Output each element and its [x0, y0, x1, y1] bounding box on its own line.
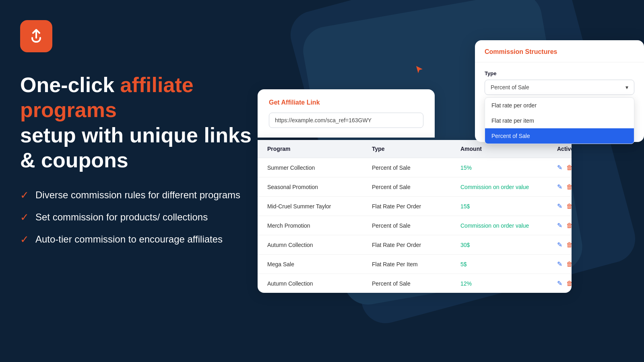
- cell-amount: Commission on order value: [460, 184, 557, 190]
- checklist-item-2: ✓ Set commission for products/ collectio…: [20, 211, 270, 224]
- type-field-label: Type: [485, 70, 634, 76]
- table-row: Seasonal Promotion Percent of Sale Commi…: [258, 177, 572, 197]
- affiliate-card-title: Get Affiliate Link: [269, 99, 423, 106]
- affiliate-card: Get Affiliate Link: [258, 89, 435, 138]
- commission-panel: Commission Structures Type Percent of Sa…: [475, 40, 644, 142]
- cell-amount: 30$: [460, 242, 557, 248]
- cell-program: Seasonal Promotion: [267, 184, 372, 190]
- type-dropdown-trigger[interactable]: Percent of Sale ▾: [485, 80, 634, 95]
- delete-icon[interactable]: 🗑: [566, 280, 572, 287]
- cell-type: Flat Rate Per Order: [372, 242, 460, 248]
- headline-line2: setup with unique links & coupons: [20, 123, 252, 172]
- cell-actions: ✎ 🗑 •••: [557, 183, 572, 191]
- commission-panel-title: Commission Structures: [485, 48, 634, 56]
- cell-amount: 15$: [460, 203, 557, 210]
- left-section: One-click affiliate programs setup with …: [20, 20, 270, 246]
- check-icon-3: ✓: [20, 233, 29, 246]
- cell-amount: 5$: [460, 261, 557, 267]
- checklist-item-3: ✓ Auto-tier commission to encourage affi…: [20, 233, 270, 246]
- cell-type: Percent of Sale: [372, 280, 460, 287]
- cell-actions: ✎ 🗑 •••: [557, 202, 572, 210]
- cell-type: Flat Rate Per Item: [372, 261, 460, 267]
- checklist-text-2: Set commission for products/ collections: [35, 212, 208, 223]
- edit-icon[interactable]: ✎: [557, 280, 562, 287]
- table-row: Autumn Collection Percent of Sale 12% ✎ …: [258, 274, 572, 293]
- cursor: [415, 65, 424, 75]
- cell-type: Percent of Sale: [372, 165, 460, 171]
- cell-type: Flat Rate Per Order: [372, 203, 460, 210]
- delete-icon[interactable]: 🗑: [566, 203, 572, 210]
- commission-panel-body: Type Percent of Sale ▾ Flat rate per ord…: [475, 62, 644, 142]
- check-icon-1: ✓: [20, 189, 29, 202]
- cell-program: Merch Promotion: [267, 222, 372, 229]
- edit-icon[interactable]: ✎: [557, 260, 562, 268]
- headline-line1-text: One-click: [20, 73, 120, 97]
- checklist-text-1: Diverse commission rules for different p…: [35, 189, 240, 201]
- col-header-amount: Amount: [460, 146, 557, 152]
- table-row: Summer Collection Percent of Sale 15% ✎ …: [258, 158, 572, 177]
- checklist-text-3: Auto-tier commission to encourage affili…: [35, 234, 223, 245]
- commission-table: Program Type Amount Active Summer Collec…: [258, 140, 572, 293]
- edit-icon[interactable]: ✎: [557, 241, 562, 249]
- cell-amount: 15%: [460, 165, 557, 171]
- cell-type: Percent of Sale: [372, 222, 460, 229]
- cell-actions: ✎ 🗑 •••: [557, 164, 572, 171]
- delete-icon[interactable]: 🗑: [566, 164, 572, 171]
- commission-panel-header: Commission Structures: [475, 40, 644, 62]
- right-section: Get Affiliate Link Program Type Amount A…: [258, 0, 644, 362]
- col-header-active: Active: [557, 146, 572, 152]
- cell-program: Mid-Cruel Summer Taylor: [267, 203, 372, 210]
- dropdown-option-percent[interactable]: Percent of Sale: [485, 128, 634, 144]
- col-header-type: Type: [372, 146, 460, 152]
- check-icon-2: ✓: [20, 211, 29, 224]
- cell-actions: ✎ 🗑 •••: [557, 260, 572, 268]
- cell-actions: ✎ 🗑 •••: [557, 280, 572, 287]
- checklist-item-1: ✓ Diverse commission rules for different…: [20, 189, 270, 202]
- type-dropdown-menu: Flat rate per order Flat rate per item P…: [485, 97, 634, 144]
- delete-icon[interactable]: 🗑: [566, 183, 572, 191]
- table-row: Autumn Collection Flat Rate Per Order 30…: [258, 235, 572, 255]
- cell-program: Summer Collection: [267, 165, 372, 171]
- cell-actions: ✎ 🗑 •••: [557, 222, 572, 229]
- chevron-down-icon: ▾: [625, 84, 628, 90]
- cell-type: Percent of Sale: [372, 184, 460, 190]
- table-row: Mid-Cruel Summer Taylor Flat Rate Per Or…: [258, 197, 572, 216]
- edit-icon[interactable]: ✎: [557, 183, 562, 191]
- col-header-program: Program: [267, 146, 372, 152]
- cell-program: Autumn Collection: [267, 280, 372, 287]
- checklist: ✓ Diverse commission rules for different…: [20, 189, 270, 246]
- delete-icon[interactable]: 🗑: [566, 261, 572, 268]
- type-dropdown-container: Percent of Sale ▾ Flat rate per order Fl…: [485, 80, 634, 95]
- table-row: Merch Promotion Percent of Sale Commissi…: [258, 216, 572, 235]
- delete-icon[interactable]: 🗑: [566, 241, 572, 249]
- cell-program: Mega Sale: [267, 261, 372, 267]
- cell-amount: Commission on order value: [460, 222, 557, 229]
- logo: [20, 20, 52, 52]
- cell-program: Autumn Collection: [267, 242, 372, 248]
- edit-icon[interactable]: ✎: [557, 164, 562, 171]
- cell-actions: ✎ 🗑 •••: [557, 241, 572, 249]
- delete-icon[interactable]: 🗑: [566, 222, 572, 229]
- dropdown-option-flat-order[interactable]: Flat rate per order: [485, 98, 634, 113]
- edit-icon[interactable]: ✎: [557, 202, 562, 210]
- headline: One-click affiliate programs setup with …: [20, 72, 270, 173]
- edit-icon[interactable]: ✎: [557, 222, 562, 229]
- cell-amount: 12%: [460, 280, 557, 287]
- dropdown-option-flat-item[interactable]: Flat rate per item: [485, 113, 634, 128]
- type-dropdown-value: Percent of Sale: [491, 84, 529, 90]
- table-row: Mega Sale Flat Rate Per Item 5$ ✎ 🗑 •••: [258, 255, 572, 274]
- affiliate-url-input[interactable]: [269, 113, 423, 128]
